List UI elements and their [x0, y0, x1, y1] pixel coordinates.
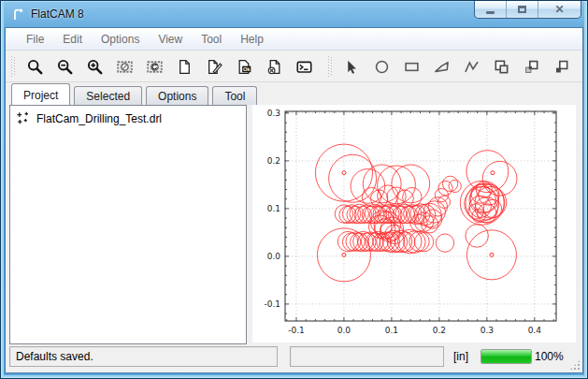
zoom-in-button[interactable]: [81, 53, 108, 80]
plot-canvas[interactable]: -0.10.00.10.20.30.4-0.10.00.10.20.3: [252, 105, 576, 344]
path-tool-icon: [464, 59, 480, 75]
drill-circle: [436, 234, 453, 252]
move-tool-button[interactable]: [518, 53, 544, 80]
toolbar-grip[interactable]: [11, 56, 15, 77]
svg-text:Ok: Ok: [242, 66, 250, 71]
y-tick-label: 0.2: [267, 156, 280, 166]
x-tick-label: 0.2: [433, 326, 446, 335]
new-file-button[interactable]: [171, 53, 197, 80]
tab-bar: ProjectSelectedOptionsTool: [11, 84, 261, 105]
delete-file-button[interactable]: [261, 53, 287, 80]
tab-options[interactable]: Options: [146, 86, 208, 105]
status-secondary-panel: [290, 346, 444, 367]
app-window: FlatCAM 8 ✕ FileEditOptionsViewToolHelp …: [0, 0, 588, 379]
y-tick-label: 0.0: [267, 252, 281, 261]
edit-file-icon: [207, 59, 222, 75]
replot-button[interactable]: [141, 53, 167, 80]
menu-item-help[interactable]: Help: [231, 30, 273, 49]
drill-circle: [466, 230, 516, 280]
menu-item-options[interactable]: Options: [92, 30, 149, 49]
rectangle-tool-button[interactable]: [398, 53, 424, 80]
duplicate-tool-button[interactable]: [548, 53, 574, 80]
drill-circle: [414, 232, 433, 251]
window-title: FlatCAM 8: [31, 7, 84, 21]
path-tool-button[interactable]: [458, 53, 484, 80]
save-ok-button[interactable]: Ok: [231, 53, 257, 80]
delete-file-icon: [266, 59, 282, 75]
drill-circle: [351, 169, 385, 204]
duplicate-tool-icon: [553, 59, 569, 75]
y-tick-label: -0.1: [264, 299, 280, 309]
zoom-fit-button[interactable]: [22, 53, 48, 80]
drill-center-dot: [490, 253, 494, 256]
progress-percent: 100%: [535, 346, 564, 367]
drill-circle: [339, 206, 356, 223]
x-tick-label: 0.3: [480, 326, 494, 335]
drill-circle: [442, 176, 457, 191]
rectangle-tool-icon: [404, 59, 420, 75]
client-area: FileEditOptionsViewToolHelp Ok ProjectSe…: [5, 27, 583, 373]
tab-selected[interactable]: Selected: [74, 86, 142, 105]
select-arrow-icon: [344, 59, 360, 75]
drill-center-dot: [491, 171, 495, 175]
tab-tool[interactable]: Tool: [212, 86, 257, 105]
drill-circle: [449, 180, 461, 192]
drill-circle: [466, 225, 488, 247]
circle-tool-icon: [374, 59, 390, 75]
close-button[interactable]: ✕: [538, 1, 581, 18]
zoom-out-button[interactable]: [51, 53, 78, 80]
toolbar-right-group: [337, 53, 576, 80]
tab-project[interactable]: Project: [11, 83, 70, 105]
polygon-tool-icon: [434, 59, 450, 75]
tree-item[interactable]: FlatCam_Drilling_Test.drl: [10, 106, 246, 127]
clear-plot-button[interactable]: [111, 53, 137, 80]
copy-tool-button[interactable]: [488, 53, 514, 80]
toolbar-grip-2[interactable]: [328, 56, 332, 77]
app-logo-icon: [10, 7, 25, 22]
x-tick-label: 0.4: [528, 326, 542, 335]
shell-button[interactable]: [291, 53, 317, 80]
minimize-icon: [486, 11, 495, 14]
x-tick-label: -0.1: [288, 326, 305, 335]
shell-icon: [296, 59, 312, 75]
x-tick-label: 0.1: [385, 326, 398, 335]
polygon-tool-button[interactable]: [428, 53, 454, 80]
minimize-button[interactable]: [475, 1, 507, 18]
status-message-panel: Defaults saved.: [9, 346, 278, 367]
progress-fill: [481, 350, 531, 363]
drill-circle: [466, 151, 509, 193]
edit-file-button[interactable]: [201, 53, 227, 80]
replot-icon: [147, 59, 163, 75]
move-tool-icon: [523, 59, 539, 75]
x-tick-label: 0.0: [337, 326, 351, 335]
save-ok-icon: Ok: [237, 59, 252, 75]
units-indicator[interactable]: [in]: [453, 346, 468, 367]
maximize-button[interactable]: [507, 1, 538, 18]
new-file-icon: [177, 59, 193, 75]
copy-tool-icon: [494, 59, 509, 75]
status-message: Defaults saved.: [16, 350, 93, 363]
zoom-out-icon: [57, 59, 73, 75]
y-tick-label: 0.1: [267, 204, 280, 213]
drill-plot: -0.10.00.10.20.30.4-0.10.00.10.20.3: [252, 105, 576, 344]
drill-object-icon: [16, 111, 30, 125]
menu-item-view[interactable]: View: [149, 30, 192, 49]
menu-item-file[interactable]: File: [17, 30, 53, 49]
close-icon: ✕: [554, 4, 564, 15]
toolbar-left-group: Ok: [20, 53, 319, 80]
status-bar: Defaults saved. [in] 100%: [6, 343, 582, 372]
zoom-in-icon: [87, 59, 103, 75]
resize-grip-icon[interactable]: [569, 359, 581, 371]
title-bar[interactable]: FlatCAM 8 ✕: [1, 1, 587, 27]
menu-item-tool[interactable]: Tool: [192, 30, 231, 49]
drill-circle: [438, 181, 452, 195]
project-tree-panel[interactable]: FlatCam_Drilling_Test.drl: [9, 105, 247, 344]
axes-box: [285, 111, 556, 321]
y-tick-label: 0.3: [267, 109, 280, 118]
clear-plot-icon: [117, 59, 133, 75]
circle-tool-button[interactable]: [368, 53, 394, 80]
menu-item-edit[interactable]: Edit: [53, 30, 92, 49]
select-arrow-button[interactable]: [338, 53, 365, 80]
zoom-fit-icon: [27, 59, 43, 75]
maximize-icon: [518, 6, 526, 13]
